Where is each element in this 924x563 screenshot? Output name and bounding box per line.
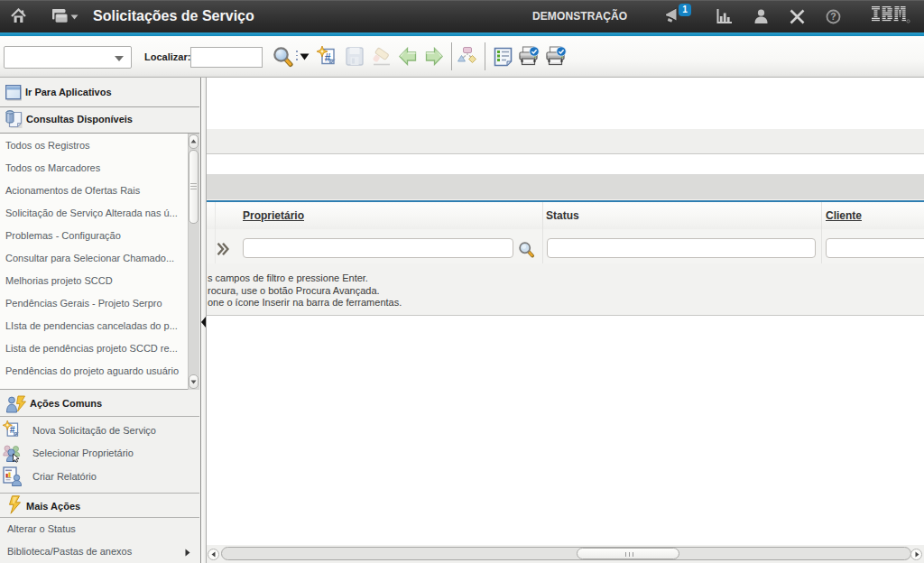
svg-text:#: # xyxy=(10,425,15,435)
svg-text:?: ? xyxy=(830,11,836,22)
svg-text:#: # xyxy=(325,51,331,64)
